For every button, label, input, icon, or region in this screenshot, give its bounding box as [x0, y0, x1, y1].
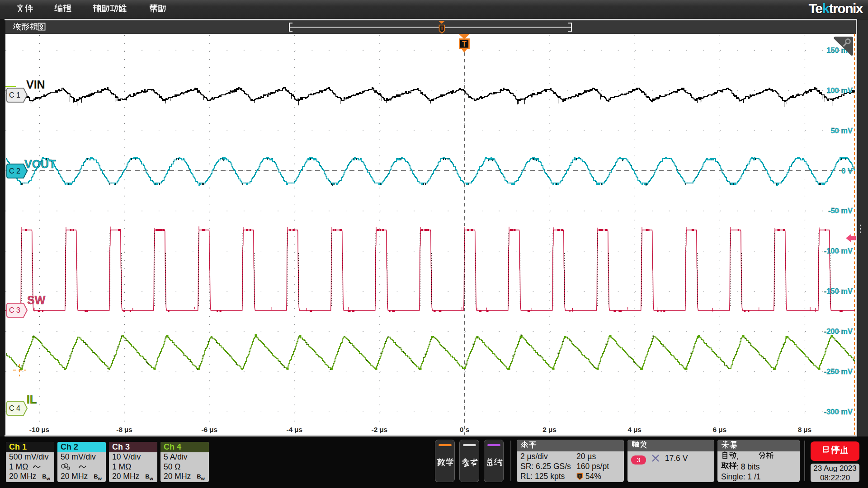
svg-text:-300 mV: -300 mV: [824, 408, 853, 416]
svg-text:C 1: C 1: [9, 91, 20, 99]
svg-text:-10 µs: -10 µs: [29, 426, 49, 433]
svg-text:-2 µs: -2 µs: [372, 426, 388, 433]
svg-text:100 mV: 100 mV: [826, 86, 853, 94]
svg-text:6 µs: 6 µs: [713, 426, 726, 433]
svg-text:8 µs: 8 µs: [798, 426, 811, 433]
svg-text:0 s: 0 s: [460, 426, 470, 433]
svg-text:-200 mV: -200 mV: [824, 327, 853, 335]
svg-text:-250 mV: -250 mV: [824, 367, 853, 375]
svg-text:2 µs: 2 µs: [542, 426, 556, 433]
svg-text:0 V: 0 V: [841, 167, 853, 175]
svg-text:-4 µs: -4 µs: [286, 426, 302, 433]
svg-text:C 2: C 2: [9, 167, 20, 175]
svg-text:IL: IL: [27, 393, 37, 406]
svg-text:-150 mV: -150 mV: [824, 287, 853, 295]
svg-text:T: T: [462, 40, 467, 48]
svg-text:VIN: VIN: [26, 78, 45, 91]
svg-text:VOUT: VOUT: [24, 158, 56, 170]
svg-text:SW: SW: [27, 294, 46, 306]
svg-text:C 3: C 3: [9, 306, 20, 314]
svg-text:-100 mV: -100 mV: [824, 247, 853, 255]
svg-text:50 mV: 50 mV: [830, 127, 853, 135]
svg-text:T: T: [440, 26, 443, 31]
svg-text:4 µs: 4 µs: [627, 426, 641, 433]
svg-text:-8 µs: -8 µs: [116, 426, 132, 433]
svg-text:-50 mV: -50 mV: [828, 206, 853, 215]
svg-text:C 4: C 4: [9, 404, 20, 412]
svg-text:-6 µs: -6 µs: [201, 426, 217, 433]
